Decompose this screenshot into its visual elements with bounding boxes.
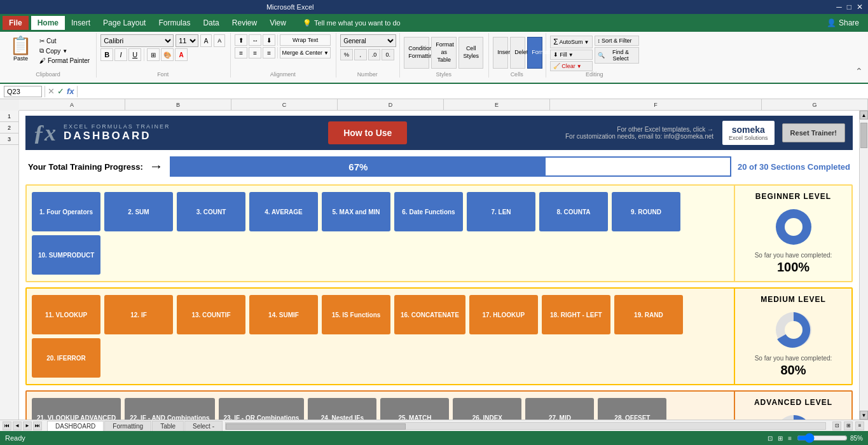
home-menu[interactable]: Home (31, 16, 65, 30)
func-btn-22[interactable]: 22. IF - AND Combinations (125, 398, 214, 420)
func-btn-19[interactable]: 19. RAND (614, 295, 683, 334)
view-menu[interactable]: View (263, 16, 293, 30)
close-icon[interactable]: ✕ (857, 3, 863, 11)
paste-button[interactable]: 📋 Paste (5, 34, 36, 64)
insert-menu[interactable]: Insert (65, 16, 97, 30)
increase-font-button[interactable]: A (200, 34, 212, 47)
fill-color-button[interactable]: 🎨 (161, 48, 174, 61)
cell-styles-button[interactable]: Cell Styles (458, 37, 483, 69)
page-break-view-btn[interactable]: ≡ (855, 421, 864, 430)
func-btn-28[interactable]: 28. OFFSET (598, 398, 666, 420)
func-btn-27[interactable]: 27. MID (525, 398, 594, 420)
underline-button[interactable]: U (128, 48, 141, 61)
align-bottom-button[interactable]: ⬇ (263, 34, 275, 46)
delete-button[interactable]: Delete (510, 37, 525, 69)
share-btn[interactable]: 👤 Share (820, 16, 865, 30)
func-btn-5[interactable]: 5. MAX and MIN (322, 192, 390, 231)
ribbon-expand-icon[interactable]: ⌃ (855, 66, 863, 76)
number-format-select[interactable]: General (340, 34, 396, 47)
merge-center-button[interactable]: Merge & Center ▼ (280, 47, 331, 58)
func-btn-13[interactable]: 13. COUNTIF (177, 295, 245, 334)
func-btn-21[interactable]: 21. VLOOKUP ADVANCED (32, 398, 121, 420)
normal-view-btn[interactable]: ⊡ (832, 421, 841, 430)
autosum-button[interactable]: Σ AutoSum ▼ (550, 36, 592, 48)
first-sheet-btn[interactable]: ⏮ (3, 421, 11, 430)
func-btn-7[interactable]: 7. LEN (467, 192, 535, 231)
align-top-button[interactable]: ⬆ (235, 34, 247, 46)
data-menu[interactable]: Data (196, 16, 225, 30)
func-btn-10[interactable]: 10. SUMPRODUCT (32, 235, 100, 275)
page-layout-menu[interactable]: Page Layout (97, 16, 152, 30)
minimize-icon[interactable]: ─ (836, 3, 842, 11)
page-layout-status-icon[interactable]: ⊞ (778, 435, 783, 442)
font-family-select[interactable]: Calibri (100, 34, 174, 47)
func-btn-18[interactable]: 18. RIGHT - LEFT (542, 295, 610, 334)
reset-trainer-button[interactable]: Reset Trainer! (782, 123, 845, 142)
confirm-icon[interactable]: ✓ (57, 86, 64, 96)
last-sheet-btn[interactable]: ⏭ (33, 421, 42, 430)
func-btn-12[interactable]: 12. IF (104, 295, 173, 334)
align-left-button[interactable]: ≡ (235, 47, 247, 58)
scroll-down-btn[interactable]: ▼ (860, 411, 868, 420)
find-select-button[interactable]: 🔍 Find & Select (595, 47, 639, 64)
cell-reference-input[interactable] (4, 86, 42, 97)
format-painter-button[interactable]: 🖌 Format Painter (38, 57, 91, 65)
borders-button[interactable]: ⊞ (147, 48, 160, 61)
prev-sheet-btn[interactable]: ◄ (13, 421, 22, 430)
scroll-up-btn[interactable]: ▲ (860, 111, 868, 120)
align-center-button[interactable]: ≡ (249, 47, 261, 58)
format-button[interactable]: Format (527, 37, 542, 69)
page-layout-view-btn[interactable]: ⊞ (844, 421, 853, 430)
func-btn-9[interactable]: 9. ROUND (612, 192, 680, 231)
formulas-tab[interactable]: Formatting (104, 421, 151, 431)
decrease-decimal-button[interactable]: 0. (382, 49, 394, 60)
how-to-use-button[interactable]: How to Use (328, 121, 407, 144)
copy-dropdown-icon[interactable]: ▼ (62, 48, 67, 54)
review-menu[interactable]: Review (226, 16, 263, 30)
comma-button[interactable]: , (354, 49, 367, 60)
maximize-icon[interactable]: □ (847, 3, 851, 11)
func-btn-16[interactable]: 16. CONCATENATE (394, 295, 465, 334)
insert-button[interactable]: Insert (493, 37, 508, 69)
page-break-status-icon[interactable]: ≡ (788, 435, 792, 442)
decrease-font-button[interactable]: A (214, 34, 225, 47)
fill-button[interactable]: ⬇ Fill ▼ (550, 50, 592, 60)
dashboard-tab[interactable]: DASHBOARD (47, 421, 104, 431)
cut-button[interactable]: ✂ Cut (38, 37, 91, 45)
italic-button[interactable]: I (114, 48, 127, 61)
tell-me[interactable]: 💡 Tell me what you want to do (293, 17, 411, 30)
func-btn-8[interactable]: 8. COUNTA (539, 192, 608, 231)
function-icon[interactable]: fx (67, 86, 74, 96)
func-btn-26[interactable]: 26. INDEX (453, 398, 521, 420)
file-menu[interactable]: File (3, 16, 29, 30)
next-sheet-btn[interactable]: ► (23, 421, 32, 430)
func-btn-24[interactable]: 24. Nested IFs (308, 398, 376, 420)
func-btn-4[interactable]: 4. AVERAGE (249, 192, 318, 231)
h-scrollbar[interactable] (225, 422, 826, 430)
func-btn-20[interactable]: 20. IFERROR (32, 338, 100, 378)
func-btn-14[interactable]: 14. SUMIF (249, 295, 318, 334)
percent-button[interactable]: % (340, 49, 353, 60)
func-btn-11[interactable]: 11. VLOOKUP (32, 295, 100, 334)
func-btn-23[interactable]: 23. IF - OR Combinations (219, 398, 305, 420)
cancel-icon[interactable]: ✕ (48, 86, 55, 96)
table-tab[interactable]: Table (152, 421, 184, 431)
font-color-button[interactable]: A (175, 48, 188, 61)
ribbon-expand[interactable]: ⌃ (853, 65, 865, 78)
font-size-select[interactable]: 11 (176, 34, 198, 47)
func-btn-3[interactable]: 3. COUNT (177, 192, 245, 231)
formula-input[interactable] (80, 88, 864, 95)
bold-button[interactable]: B (100, 48, 113, 61)
vertical-scrollbar[interactable]: ▲ ▼ (859, 111, 868, 420)
layout-icon[interactable]: ⊡ (768, 435, 773, 442)
func-btn-17[interactable]: 17. HLOOKUP (469, 295, 538, 334)
zoom-slider[interactable] (797, 433, 848, 443)
format-as-table-button[interactable]: Format as Table (431, 37, 457, 69)
formulas-menu[interactable]: Formulas (152, 16, 196, 30)
func-btn-2[interactable]: 2. SUM (104, 192, 173, 231)
func-btn-15[interactable]: 15. IS Functions (322, 295, 390, 334)
wrap-text-button[interactable]: Wrap Text (280, 34, 331, 46)
increase-decimal-button[interactable]: .0 (368, 49, 381, 60)
func-btn-25[interactable]: 25. MATCH (380, 398, 449, 420)
scroll-thumb[interactable] (860, 123, 867, 148)
